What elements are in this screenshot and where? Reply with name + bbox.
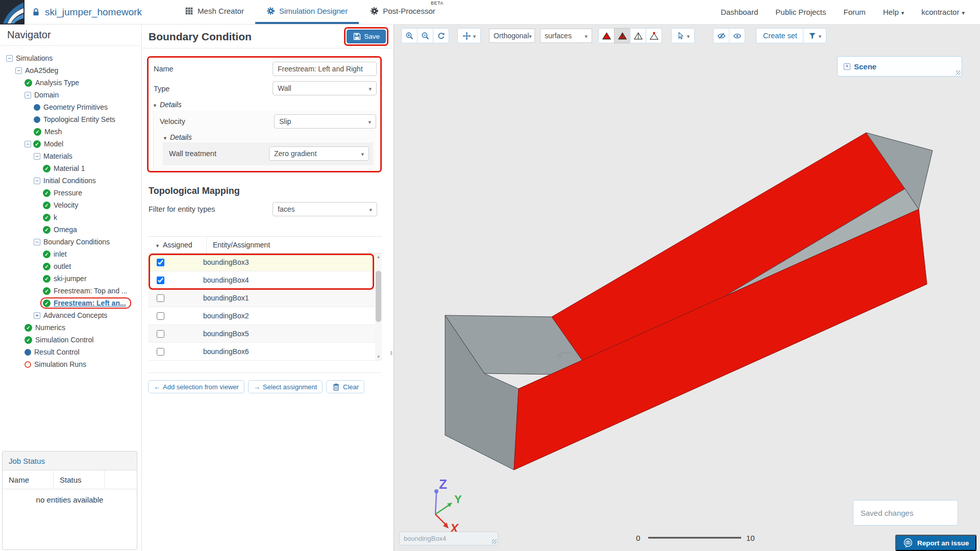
- tab-simulation-designer[interactable]: Simulation Designer: [255, 0, 359, 24]
- tree-item-simulation-runs[interactable]: Simulation Runs: [0, 358, 141, 370]
- assigned-column-header[interactable]: Assigned: [148, 237, 207, 253]
- viewer-3d[interactable]: Z Y X 0 10 Orthogonal: [394, 24, 980, 551]
- hide-selected-button[interactable]: [713, 28, 729, 43]
- tree-item-mesh[interactable]: Mesh: [0, 126, 141, 138]
- expand-icon[interactable]: [34, 312, 40, 319]
- tree-item-omega[interactable]: Omega: [0, 223, 141, 236]
- report-issue-button[interactable]: Report an issue: [895, 535, 976, 551]
- render-mode-solid-button[interactable]: [598, 28, 615, 43]
- tree-item-advanced-concepts[interactable]: Advanced Concepts: [0, 309, 141, 321]
- collapse-icon[interactable]: [34, 239, 40, 245]
- name-input[interactable]: Freestream: Left and Right: [273, 62, 377, 76]
- expand-icon[interactable]: [844, 63, 850, 70]
- reset-view-button[interactable]: [433, 28, 449, 43]
- table-row[interactable]: boundingBox4: [148, 271, 382, 289]
- scrollbar-thumb[interactable]: [376, 271, 381, 322]
- zoom-out-button[interactable]: [417, 28, 433, 43]
- nav-public-projects[interactable]: Public Projects: [775, 8, 826, 16]
- chevron-down-icon: [361, 149, 364, 158]
- tree-item-simulation-control[interactable]: Simulation Control: [0, 334, 141, 346]
- geometry-canvas[interactable]: Z Y X 0 10: [394, 24, 980, 551]
- tree-item-simulations[interactable]: Simulations: [0, 52, 141, 64]
- pan-mode-button[interactable]: [457, 28, 481, 43]
- assigned-checkbox[interactable]: [157, 312, 164, 320]
- assigned-checkbox[interactable]: [157, 330, 164, 338]
- assigned-checkbox[interactable]: [157, 294, 164, 302]
- collapse-icon[interactable]: [34, 153, 40, 160]
- tab-mesh-creator[interactable]: Mesh Creator: [174, 0, 255, 24]
- table-scrollbar[interactable]: ▲ ▼: [375, 254, 382, 360]
- wall-treatment-select[interactable]: Zero gradient: [269, 146, 369, 161]
- resize-corner-handle[interactable]: [956, 70, 961, 75]
- save-button[interactable]: Save: [347, 30, 386, 43]
- tree-item-model[interactable]: Model: [0, 138, 141, 150]
- tab-label: Post-Processor: [383, 7, 435, 15]
- tree-item-materials[interactable]: Materials: [0, 150, 141, 162]
- table-row[interactable]: boundingBox6: [148, 343, 382, 361]
- tree-item-numerics[interactable]: Numerics: [0, 321, 141, 334]
- select-assignment-button[interactable]: Select assignment: [248, 380, 323, 393]
- assigned-checkbox[interactable]: [157, 348, 164, 356]
- tab-post-processor[interactable]: BETA Post-Processor: [359, 0, 447, 24]
- resize-corner-handle[interactable]: [492, 539, 497, 544]
- tree-item-result-control[interactable]: Result Control: [0, 346, 141, 358]
- app-logo[interactable]: [0, 0, 24, 24]
- name-label: Name: [154, 65, 174, 73]
- render-mode-wireframe-button[interactable]: [630, 28, 646, 43]
- tree-item-geometry-primitives[interactable]: Geometry Primitives: [0, 101, 141, 113]
- scroll-down-icon[interactable]: ▼: [375, 355, 382, 359]
- add-selection-from-viewer-button[interactable]: Add selection from viewer: [148, 380, 244, 393]
- tree-item-freestream-left-selected[interactable]: Freestream: Left an...: [0, 297, 141, 309]
- panel-resize-handle[interactable]: [390, 350, 393, 356]
- tree-item-boundary-conditions[interactable]: Boundary Conditions: [0, 236, 141, 248]
- nav-forum[interactable]: Forum: [844, 8, 866, 16]
- tree-item-initial-conditions[interactable]: Initial Conditions: [0, 174, 141, 187]
- tree-item-analysis-type[interactable]: Analysis Type: [0, 77, 141, 89]
- render-mode-surfaces-button[interactable]: [614, 28, 630, 43]
- tree-item-material-1[interactable]: Material 1: [0, 162, 141, 174]
- collapse-icon[interactable]: [24, 92, 31, 98]
- nav-help-menu[interactable]: Help: [883, 8, 904, 16]
- filter-button[interactable]: [803, 28, 826, 43]
- tree-item-freestream-top[interactable]: Freestream: Top and ...: [0, 285, 141, 297]
- tree-item-k[interactable]: k: [0, 211, 141, 223]
- details-collapse-header-2[interactable]: Details: [163, 133, 192, 141]
- tree-item-aoa25deg[interactable]: AoA25deg: [0, 64, 141, 77]
- tree-item-velocity[interactable]: Velocity: [0, 199, 141, 211]
- table-row[interactable]: boundingBox2: [148, 307, 382, 325]
- table-row[interactable]: boundingBox5: [148, 325, 382, 343]
- zoom-in-button[interactable]: [401, 28, 418, 43]
- tab-label: Mesh Creator: [198, 7, 244, 15]
- nav-user-menu[interactable]: kcontractor: [921, 8, 965, 16]
- tree-item-inlet[interactable]: inlet: [0, 248, 141, 260]
- render-filter-select[interactable]: surfaces: [540, 29, 592, 43]
- nav-dashboard[interactable]: Dashboard: [721, 8, 758, 16]
- show-all-button[interactable]: [729, 28, 745, 43]
- create-set-button[interactable]: Create set: [756, 28, 804, 43]
- tree-item-domain[interactable]: Domain: [0, 89, 141, 101]
- projection-select[interactable]: Orthogonal: [489, 29, 535, 43]
- scroll-up-icon[interactable]: ▲: [375, 255, 382, 259]
- collapse-icon[interactable]: [24, 141, 31, 147]
- assigned-checkbox[interactable]: [157, 277, 164, 284]
- assigned-checkbox[interactable]: [157, 259, 164, 266]
- tree-item-pressure[interactable]: Pressure: [0, 187, 141, 199]
- tree-item-ski-jumper[interactable]: ski-jumper: [0, 272, 141, 285]
- type-select[interactable]: Wall: [273, 81, 377, 95]
- collapse-icon[interactable]: [6, 55, 13, 62]
- selection-tool-button[interactable]: [671, 28, 695, 43]
- details-collapse-header[interactable]: Details: [153, 101, 182, 109]
- collapse-icon[interactable]: [15, 67, 22, 74]
- chevron-down-icon: [901, 8, 904, 16]
- tree-item-outlet[interactable]: outlet: [0, 260, 141, 272]
- collapse-icon[interactable]: [34, 178, 40, 184]
- tree-item-topological-entity-sets[interactable]: Topological Entity Sets: [0, 113, 141, 126]
- entity-type-filter-select[interactable]: faces: [273, 202, 377, 216]
- scene-tree-panel[interactable]: Scene: [837, 56, 962, 77]
- sort-caret-icon: [155, 241, 160, 249]
- velocity-select[interactable]: Slip: [274, 114, 376, 129]
- clear-button[interactable]: Clear: [326, 380, 364, 393]
- render-mode-points-button[interactable]: [646, 28, 662, 43]
- table-row[interactable]: boundingBox3: [148, 254, 382, 271]
- table-row[interactable]: boundingBox1: [148, 289, 382, 307]
